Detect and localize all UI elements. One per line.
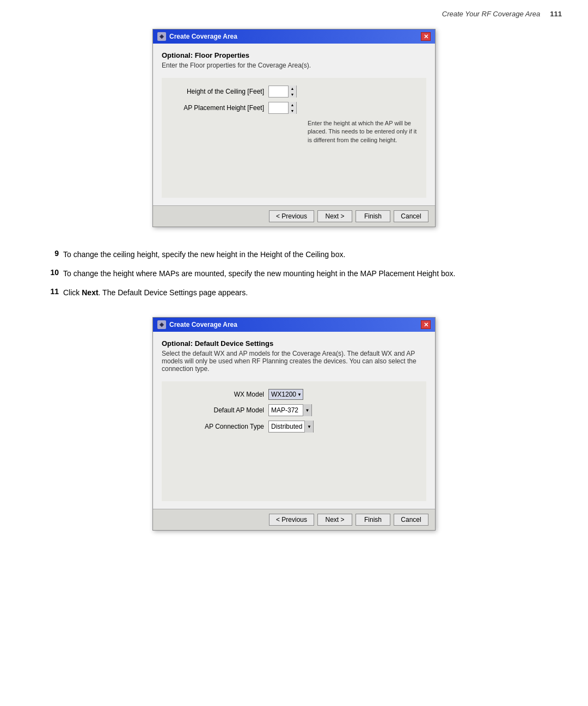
- dialog2-close-button[interactable]: ✕: [421, 320, 431, 329]
- ceiling-height-arrows: ▲ ▼: [288, 86, 296, 98]
- ap-height-up[interactable]: ▲: [289, 102, 296, 108]
- ceiling-height-row: Height of the Ceiling [Feet] 10 ▲ ▼: [170, 86, 418, 98]
- ap-conn-value: Distributed: [269, 423, 304, 430]
- step-9: 9 To change the ceiling height, specify …: [44, 249, 544, 260]
- ceiling-height-label: Height of the Ceiling [Feet]: [170, 88, 268, 95]
- dialog1-body: Optional: Floor Properties Enter the Flo…: [153, 44, 435, 205]
- dialog1-content-area: Height of the Ceiling [Feet] 10 ▲ ▼ AP P…: [162, 78, 426, 198]
- ap-model-label: Default AP Model: [170, 406, 268, 414]
- dialog2-next-button[interactable]: Next >: [317, 514, 352, 526]
- dialog1-finish-button[interactable]: Finish: [356, 210, 390, 222]
- page-header: Create Your RF Coverage Area 111: [0, 0, 588, 23]
- dialog2-finish-button[interactable]: Finish: [356, 514, 390, 526]
- dialog2-section-title: Optional: Default Device Settings: [162, 339, 426, 348]
- ceiling-height-spinner[interactable]: 10 ▲ ▼: [268, 86, 297, 98]
- ap-model-arrow-icon[interactable]: ▼: [303, 404, 311, 416]
- page-number: 111: [550, 10, 562, 18]
- dialog2-footer: < Previous Next > Finish Cancel: [153, 509, 435, 530]
- wx-model-value: WX1200: [271, 391, 296, 398]
- ap-conn-label: AP Connection Type: [170, 423, 268, 430]
- step-11: 11 Click Next. The Default Device Settin…: [44, 287, 544, 299]
- step-10-num: 10: [44, 268, 63, 277]
- dialog2-section-desc: Select the default WX and AP models for …: [162, 350, 426, 373]
- dialog2-content-area: WX Model WX1200 ▼ Default AP Model MAP-3…: [162, 381, 426, 501]
- dialog1-close-button[interactable]: ✕: [421, 32, 431, 41]
- ap-height-hint: Enter the height at which the AP will be…: [308, 119, 418, 144]
- dialog1-title-icon: ◈: [157, 32, 166, 41]
- ceiling-height-down[interactable]: ▼: [289, 92, 296, 98]
- ap-height-spinner[interactable]: 10 ▲ ▼: [268, 102, 297, 114]
- ap-height-label: AP Placement Height [Feet]: [170, 104, 268, 112]
- page-header-text: Create Your RF Coverage Area: [442, 10, 540, 18]
- dialog1-cancel-button[interactable]: Cancel: [394, 210, 428, 222]
- step-11-num: 11: [44, 287, 63, 296]
- dialog1-footer: < Previous Next > Finish Cancel: [153, 205, 435, 227]
- dialog1-title: Create Coverage Area: [169, 33, 237, 40]
- dialog1-prev-button[interactable]: < Previous: [269, 210, 314, 222]
- step-9-text: To change the ceiling height, specify th…: [63, 249, 345, 260]
- wx-model-row: WX Model WX1200 ▼: [170, 389, 418, 400]
- ap-conn-arrow-icon[interactable]: ▼: [304, 421, 313, 433]
- dialog1-section-title: Optional: Floor Properties: [162, 51, 426, 59]
- dialog1-next-button[interactable]: Next >: [317, 210, 352, 222]
- dialog2-title-icon: ◈: [157, 320, 166, 329]
- step-9-num: 9: [44, 249, 63, 258]
- dialog-device-settings: ◈ Create Coverage Area ✕ Optional: Defau…: [152, 317, 436, 531]
- ap-height-arrows: ▲ ▼: [288, 102, 296, 114]
- ceiling-height-input[interactable]: 10: [269, 88, 288, 95]
- ap-conn-dropdown[interactable]: Distributed ▼: [268, 421, 314, 433]
- step-10-text: To change the height where MAPs are moun…: [63, 268, 455, 279]
- step-11-text: Click Next. The Default Device Settings …: [63, 287, 248, 299]
- dialog-floor-properties: ◈ Create Coverage Area ✕ Optional: Floor…: [152, 29, 436, 227]
- dialog2-prev-button[interactable]: < Previous: [269, 514, 314, 526]
- dialog2-titlebar: ◈ Create Coverage Area ✕: [153, 318, 435, 332]
- dialog2-body: Optional: Default Device Settings Select…: [153, 332, 435, 509]
- dialog1-titlebar: ◈ Create Coverage Area ✕: [153, 29, 435, 44]
- ceiling-height-up[interactable]: ▲: [289, 86, 296, 92]
- dialog1-section-desc: Enter the Floor properties for the Cover…: [162, 62, 426, 69]
- wx-model-label: WX Model: [170, 391, 268, 398]
- dialog2-title: Create Coverage Area: [169, 321, 237, 328]
- dialog2-cancel-button[interactable]: Cancel: [394, 514, 428, 526]
- ap-conn-row: AP Connection Type Distributed ▼: [170, 421, 418, 433]
- wx-model-arrow-icon: ▼: [297, 392, 302, 397]
- ap-height-input[interactable]: 10: [269, 104, 288, 112]
- ap-height-row: AP Placement Height [Feet] 10 ▲ ▼: [170, 102, 418, 114]
- step-10: 10 To change the height where MAPs are m…: [44, 268, 544, 279]
- ap-model-dropdown[interactable]: MAP-372 ▼: [268, 404, 312, 416]
- ap-model-value: MAP-372: [269, 406, 303, 414]
- ap-model-row: Default AP Model MAP-372 ▼: [170, 404, 418, 416]
- ap-height-down[interactable]: ▼: [289, 108, 296, 114]
- wx-model-dropdown[interactable]: WX1200 ▼: [268, 389, 303, 400]
- steps-area: 9 To change the ceiling height, specify …: [44, 244, 544, 317]
